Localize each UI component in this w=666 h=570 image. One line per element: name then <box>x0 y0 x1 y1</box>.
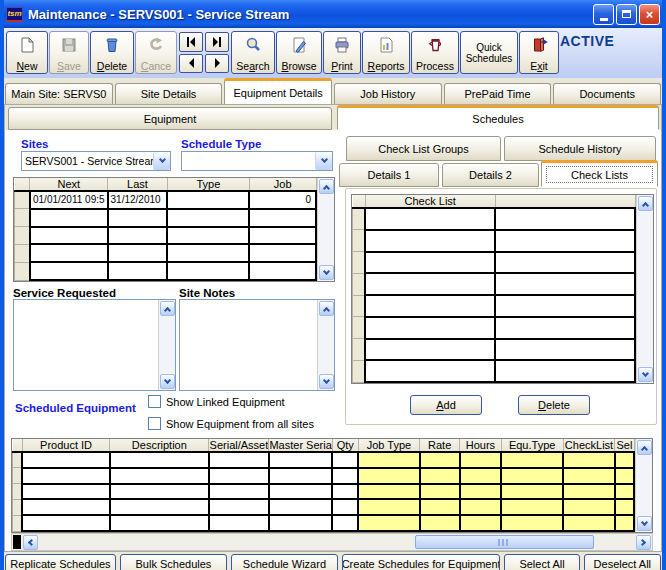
scroll-down-button[interactable] <box>637 516 652 531</box>
deselect-all-button[interactable]: Deselect All <box>584 554 661 570</box>
grid-cell[interactable] <box>30 209 108 227</box>
grid-cell[interactable] <box>365 339 495 361</box>
grid-cell[interactable] <box>110 468 209 484</box>
grid-cell[interactable] <box>563 468 615 484</box>
grid-cell[interactable] <box>615 468 634 484</box>
grid-cell[interactable] <box>332 452 358 468</box>
row-selector[interactable] <box>353 230 366 252</box>
schedule-row[interactable] <box>15 209 317 227</box>
grid-cell[interactable] <box>209 452 269 468</box>
close-button[interactable]: × <box>639 4 660 25</box>
quick-schedules-button[interactable]: Quick Schedules <box>460 31 518 74</box>
grid-cell[interactable] <box>365 208 495 230</box>
grid-cell[interactable] <box>495 295 635 317</box>
show-equipment-all-sites-checkbox[interactable] <box>148 417 161 430</box>
column-header-rate[interactable]: Rate <box>420 439 460 452</box>
column-header-qty[interactable]: Qty <box>332 439 358 452</box>
grid-cell[interactable] <box>420 499 460 515</box>
scroll-left-button[interactable] <box>23 535 38 550</box>
grid-cell[interactable] <box>110 499 209 515</box>
grid-cell[interactable] <box>501 499 563 515</box>
tab-prepaid-time[interactable]: PrePaid Time <box>444 83 552 104</box>
grid-cell[interactable] <box>167 191 249 209</box>
site-notes-textarea[interactable] <box>179 299 335 391</box>
equipment-row[interactable] <box>13 499 635 515</box>
grid-cell[interactable] <box>209 499 269 515</box>
equipment-grid-scrollbar[interactable] <box>635 439 652 532</box>
grid-cell[interactable] <box>501 515 563 531</box>
grid-cell[interactable] <box>332 499 358 515</box>
row-selector[interactable] <box>13 484 23 500</box>
grid-cell[interactable] <box>269 515 332 531</box>
tab-schedules[interactable]: Schedules <box>337 105 659 130</box>
grid-cell[interactable] <box>30 244 108 262</box>
grid-cell[interactable] <box>358 499 420 515</box>
grid-cell[interactable] <box>30 262 108 280</box>
column-header-last[interactable]: Last <box>108 178 168 191</box>
tab-equipment[interactable]: Equipment <box>8 107 332 130</box>
schedule-grid-scrollbar[interactable] <box>317 178 334 281</box>
grid-cell[interactable] <box>615 515 634 531</box>
row-selector[interactable] <box>353 339 366 361</box>
tab-schedule-history[interactable]: Schedule History <box>504 136 656 161</box>
grid-cell[interactable] <box>420 484 460 500</box>
grid-cell[interactable] <box>460 484 502 500</box>
column-header-check-list[interactable]: Check List <box>365 195 495 208</box>
tab-details-2[interactable]: Details 2 <box>442 163 539 187</box>
grid-cell[interactable] <box>365 273 495 295</box>
cancel-button[interactable]: Cance <box>135 31 177 74</box>
grid-cell[interactable] <box>22 484 109 500</box>
minimize-button[interactable] <box>593 4 614 25</box>
grid-cell[interactable] <box>30 227 108 245</box>
grid-cell[interactable] <box>108 244 168 262</box>
grid-cell[interactable]: 01/01/2011 09:5 <box>30 191 108 209</box>
create-schedules-for-equipment-button[interactable]: Create Schedules for Equipment <box>342 554 500 570</box>
schedule-row[interactable] <box>15 227 317 245</box>
row-selector[interactable] <box>15 227 30 245</box>
tab-site-details[interactable]: Site Details <box>115 83 223 104</box>
schedule-row[interactable] <box>15 244 317 262</box>
scrollbar-thumb[interactable] <box>415 535 594 549</box>
grid-cell[interactable] <box>167 244 249 262</box>
add-button[interactable]: Add <box>410 395 482 415</box>
row-selector[interactable] <box>13 468 23 484</box>
grid-cell[interactable] <box>563 484 615 500</box>
scroll-up-button[interactable] <box>319 179 334 194</box>
grid-cell[interactable] <box>615 452 634 468</box>
scroll-right-button[interactable] <box>636 535 651 550</box>
equipment-row[interactable] <box>13 468 635 484</box>
grid-cell[interactable] <box>358 468 420 484</box>
grid-cell[interactable] <box>167 227 249 245</box>
grid-cell[interactable] <box>22 515 109 531</box>
tab-check-list-groups[interactable]: Check List Groups <box>346 136 501 161</box>
grid-cell[interactable] <box>420 468 460 484</box>
service-requested-scrollbar[interactable] <box>158 300 175 390</box>
tab-documents[interactable]: Documents <box>553 83 661 104</box>
scroll-up-button[interactable] <box>637 440 652 455</box>
grid-cell[interactable]: 0 <box>249 191 316 209</box>
check-list-row[interactable] <box>353 208 636 230</box>
grid-cell[interactable] <box>108 209 168 227</box>
grid-cell[interactable] <box>563 499 615 515</box>
grid-cell[interactable] <box>249 227 316 245</box>
exit-button[interactable]: Exit <box>519 31 559 74</box>
schedule-row[interactable] <box>15 262 317 280</box>
column-header-job[interactable]: Job <box>249 178 316 191</box>
column-header-type[interactable]: Type <box>167 178 249 191</box>
tab-equipment-details[interactable]: Equipment Details <box>224 78 332 104</box>
check-list-row[interactable] <box>353 360 636 382</box>
check-list-row[interactable] <box>353 339 636 361</box>
column-header-master-serial[interactable]: Master Seria <box>269 439 332 452</box>
grid-cell[interactable] <box>209 515 269 531</box>
scroll-down-button[interactable] <box>160 374 175 389</box>
previous-record-button[interactable] <box>179 54 203 74</box>
grid-cell[interactable] <box>249 244 316 262</box>
schedule-type-dropdown[interactable] <box>181 151 333 171</box>
grid-cell[interactable] <box>501 452 563 468</box>
grid-cell[interactable] <box>365 317 495 339</box>
row-selector[interactable] <box>15 244 30 262</box>
grid-cell[interactable] <box>332 484 358 500</box>
grid-cell[interactable] <box>495 317 635 339</box>
check-list-row[interactable] <box>353 273 636 295</box>
grid-cell[interactable] <box>495 208 635 230</box>
